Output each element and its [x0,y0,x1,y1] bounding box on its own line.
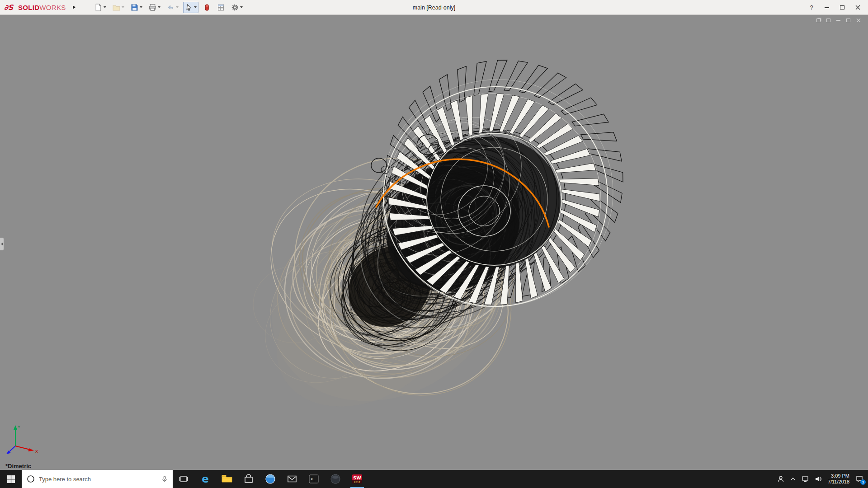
taskbar-search[interactable] [22,470,173,488]
edge-button[interactable]: e [194,470,216,488]
minimize-icon [825,7,829,8]
dropdown-caret-icon[interactable] [140,6,142,8]
volume-button[interactable] [815,475,822,483]
select-icon [185,4,193,11]
svg-text:X: X [35,449,38,454]
svg-text:>_: >_ [311,477,316,481]
properties-icon [217,4,225,11]
windows-logo-icon [7,475,15,483]
logo-text-solid: SOLID [18,4,39,11]
file-explorer-button[interactable] [216,470,238,488]
svg-text:Y: Y [18,425,20,429]
maximize-icon [840,5,844,9]
clock[interactable]: 3:09 PM 7/11/2018 [828,473,849,485]
svg-text:2017: 2017 [354,481,360,483]
task-view-button[interactable] [173,470,194,488]
file-explorer-icon [221,473,233,485]
solidworks-2017-button[interactable]: SW2017 [346,470,368,488]
app-sphere-icon [330,473,341,485]
main-toolbar [93,2,247,13]
speaker-icon [815,475,822,483]
undo-icon [167,4,175,11]
help-button[interactable]: ? [804,0,819,15]
browser-icon [264,473,276,485]
windows-taskbar: e>_SW2017 3:09 PM 7/11/2018 [0,470,868,488]
undo-button[interactable] [165,2,180,13]
title-bar: ∂S SOLIDWORKS main [Read-only] ? [0,0,868,15]
orientation-triad: Y X [2,421,43,463]
properties-button[interactable] [215,2,226,13]
network-icon [802,475,809,483]
mail-button[interactable] [281,470,303,488]
svg-text:SW: SW [353,475,361,480]
dropdown-caret-icon[interactable] [176,6,179,8]
search-input[interactable] [39,476,157,483]
people-button[interactable] [777,475,784,483]
options-button[interactable] [229,2,245,13]
dropdown-caret-icon[interactable] [240,6,243,8]
x-axis-arrow: X [15,446,38,454]
new-document-button[interactable] [93,2,108,13]
action-center-button[interactable]: 3 [855,475,863,483]
person-icon [777,475,784,483]
menu-flyout-arrow-icon[interactable] [73,5,75,9]
doc-cascade-button[interactable] [816,19,821,22]
doc-minimize-button[interactable] [836,20,840,21]
doc-restore-button[interactable] [826,19,830,22]
task-view-icon [179,474,189,484]
dropdown-caret-icon[interactable] [104,6,106,8]
engine-wireframe-model[interactable] [0,15,868,470]
panel-collapse-tab[interactable] [0,238,4,250]
app-sphere-button[interactable] [325,470,346,488]
store-icon [243,473,255,485]
save-button[interactable] [129,2,144,13]
close-button[interactable] [850,0,865,15]
new-document-icon [94,4,102,11]
options-icon [231,4,239,11]
solidworks-2017-icon: SW2017 [351,473,363,485]
dropdown-caret-icon[interactable] [122,6,124,8]
save-icon [131,4,138,11]
terminal-button[interactable]: >_ [303,470,325,488]
graphics-viewport[interactable]: Y X *Dimetric [0,15,868,470]
view-orientation-label: *Dimetric [5,463,31,469]
print-button[interactable] [147,2,162,13]
appearance-button[interactable] [201,2,212,13]
appearance-icon [203,4,211,11]
close-icon [855,5,860,10]
microphone-icon[interactable] [161,475,168,483]
doc-maximize-button[interactable] [846,19,850,22]
mail-icon [286,473,298,485]
document-title: main [Read-only] [413,0,456,15]
minimize-button[interactable] [819,0,835,15]
system-tray: 3:09 PM 7/11/2018 3 [777,470,868,488]
edge-icon: e [199,473,211,485]
open-button[interactable] [111,2,126,13]
dropdown-caret-icon[interactable] [194,6,197,8]
dropdown-caret-icon[interactable] [158,6,160,8]
date-text: 7/11/2018 [828,479,849,485]
select-button[interactable] [183,2,198,13]
show-hidden-icons-button[interactable] [790,476,796,482]
logo-text-works: WORKS [39,4,66,11]
doc-close-button[interactable] [856,18,861,23]
solidworks-logo: ∂S SOLIDWORKS [4,2,66,12]
open-icon [113,4,120,11]
z-axis-arrow [6,446,15,454]
store-button[interactable] [238,470,259,488]
svg-text:e: e [202,473,209,485]
browser-button[interactable] [259,470,281,488]
collapse-arrow-icon [1,243,3,245]
cortana-icon [26,474,35,483]
terminal-icon: >_ [308,473,320,485]
svg-text:∂S: ∂S [4,3,14,12]
notification-badge: 3 [860,479,866,485]
print-icon [149,4,156,11]
network-button[interactable] [802,475,809,483]
start-button[interactable] [0,470,22,488]
maximize-button[interactable] [835,0,850,15]
taskbar-app-buttons: e>_SW2017 [173,470,368,488]
chevron-up-icon [790,476,796,482]
window-controls: ? [804,0,865,15]
time-text: 3:09 PM [828,473,849,479]
